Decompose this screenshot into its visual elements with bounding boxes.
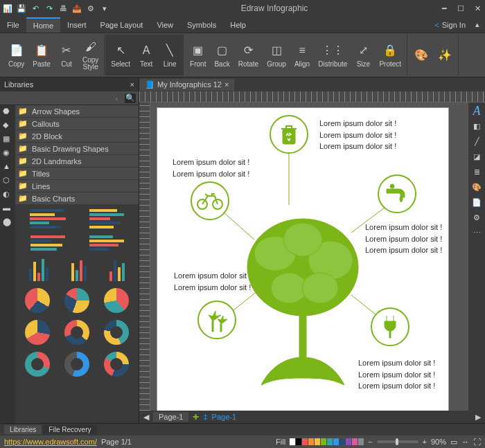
chart-thumb[interactable]	[64, 288, 89, 313]
node-recycle[interactable]	[270, 115, 308, 154]
distribute-button[interactable]: ⋮⋮Distribute	[315, 42, 350, 69]
qat-dropdown-icon[interactable]: ▾	[100, 3, 109, 13]
tab-help[interactable]: Help	[223, 18, 253, 32]
lib-item-titles[interactable]: 📁Titles	[15, 168, 139, 180]
fit-page-icon[interactable]: ▭	[450, 438, 457, 447]
lib-item-2d-block[interactable]: 📁2D Block	[15, 130, 139, 143]
size-button[interactable]: ⤢Size	[353, 42, 373, 69]
fit-width-icon[interactable]: ↔	[461, 438, 469, 446]
text-button[interactable]: AText	[136, 42, 157, 69]
layers-icon[interactable]: ≣	[471, 166, 482, 177]
scroll-right-icon[interactable]: ▶	[475, 413, 481, 422]
tab-page-layout[interactable]: Page Layout	[94, 18, 150, 32]
category-icon[interactable]: ⬣	[3, 107, 12, 116]
rotate-button[interactable]: ⟳Rotate	[236, 42, 261, 69]
chart-thumb[interactable]	[109, 258, 125, 281]
tab-symbols[interactable]: Symbols	[180, 18, 223, 32]
chart-thumb[interactable]	[64, 352, 89, 377]
swatch[interactable]	[346, 438, 351, 445]
save-icon[interactable]: 💾	[17, 3, 26, 13]
category-icon[interactable]: ▬	[3, 204, 12, 213]
front-button[interactable]: ▣Front	[187, 42, 209, 69]
category-icon[interactable]: ⬡	[3, 176, 12, 186]
cut-button[interactable]: ✂Cut	[56, 42, 77, 69]
lib-item-basic-drawing[interactable]: 📁Basic Drawing Shapes	[15, 143, 139, 155]
swatch[interactable]	[308, 438, 314, 445]
options-icon[interactable]: ⚙	[86, 3, 96, 13]
collapse-ribbon-icon[interactable]: ▴	[470, 20, 485, 29]
zoom-slider[interactable]	[377, 440, 418, 443]
shadow-icon[interactable]: ◪	[471, 151, 482, 162]
fullscreen-icon[interactable]: ⛶	[473, 438, 481, 446]
back-button[interactable]: ▢Back	[211, 42, 232, 69]
chart-thumb[interactable]	[89, 235, 124, 251]
fill-style-button[interactable]: 🎨	[411, 46, 432, 64]
lib-item-2d-landmarks[interactable]: 📁2D Landmarks	[15, 155, 139, 168]
line-button[interactable]: ╲Line	[159, 42, 180, 69]
node-plug[interactable]	[371, 307, 409, 346]
export-icon[interactable]: 📤	[72, 3, 82, 13]
fill-icon[interactable]: ◧	[471, 120, 482, 132]
select-button[interactable]: ↖Select	[108, 42, 133, 69]
swatch[interactable]	[333, 438, 339, 445]
zoom-in-icon[interactable]: +	[423, 438, 427, 446]
lib-item-basic-charts[interactable]: 📁Basic Charts	[15, 192, 139, 205]
chart-thumb[interactable]	[71, 258, 87, 281]
chart-thumb[interactable]	[89, 209, 124, 229]
status-url[interactable]: https://www.edrawsoft.com/	[4, 438, 97, 446]
close-icon[interactable]: ✕	[473, 3, 482, 13]
canvas[interactable]: Lorem ipsum dolor sit !Lorem ipsum dolor…	[150, 102, 468, 411]
theme-icon[interactable]: 🎨	[471, 181, 482, 192]
page-setup-icon[interactable]: 📄	[471, 197, 482, 208]
print-icon[interactable]: 🖶	[58, 3, 68, 13]
page[interactable]: Lorem ipsum dolor sit !Lorem ipsum dolor…	[157, 108, 448, 411]
protect-button[interactable]: 🔒Protect	[376, 42, 404, 69]
chart-thumb[interactable]	[25, 288, 50, 313]
sign-in-link[interactable]: <Sign In	[430, 21, 470, 29]
swatch[interactable]	[340, 438, 345, 445]
align-button[interactable]: ≡Align	[292, 42, 312, 69]
tab-insert[interactable]: Insert	[60, 18, 94, 32]
swatch[interactable]	[352, 438, 358, 445]
chart-thumb[interactable]	[104, 352, 129, 377]
expand-icon[interactable]: ‹	[111, 93, 122, 103]
copy-button[interactable]: 📄Copy	[6, 42, 27, 69]
text-block[interactable]: Lorem ipsum dolor sit !Lorem ipsum dolor…	[319, 118, 396, 152]
lib-item-arrow-shapes[interactable]: 📁Arrow Shapes	[15, 105, 139, 118]
text-block[interactable]: Lorem ipsum dolor sit !Lorem ipsum dolor…	[173, 156, 249, 179]
zoom-out-icon[interactable]: −	[368, 438, 372, 446]
swatch[interactable]	[290, 438, 295, 445]
swatch[interactable]	[321, 438, 326, 445]
more-icon[interactable]: ⋯	[471, 227, 482, 238]
maximize-icon[interactable]: ☐	[456, 3, 466, 13]
search-icon[interactable]: 🔍	[125, 93, 136, 103]
page-nav[interactable]: ‡	[203, 413, 207, 421]
undo-icon[interactable]: ↶	[30, 3, 40, 13]
copy-style-button[interactable]: 🖌CopyStyle	[80, 38, 101, 72]
bottom-tab-libraries[interactable]: Libraries	[4, 425, 42, 434]
category-icon[interactable]: ⬤	[3, 217, 12, 227]
minimize-icon[interactable]: ━	[439, 3, 449, 13]
tree-graphic[interactable]	[233, 198, 372, 392]
node-wind[interactable]	[197, 301, 236, 339]
panel-close-icon[interactable]: ×	[130, 80, 134, 89]
paste-button[interactable]: 📋Paste	[30, 42, 53, 69]
tab-home[interactable]: Home	[26, 17, 60, 33]
chart-thumb[interactable]	[29, 258, 48, 281]
category-icon[interactable]: ▲	[3, 162, 12, 172]
document-tab[interactable]: 📘My Infographics 12×	[139, 79, 234, 91]
node-faucet[interactable]	[378, 174, 416, 213]
tab-close-icon[interactable]: ×	[224, 80, 229, 89]
swatch[interactable]	[315, 438, 320, 445]
text-block[interactable]: Lorem ipsum dolor sit !Lorem ipsum dolor…	[365, 222, 442, 256]
chart-thumb[interactable]	[30, 209, 66, 229]
chart-thumb[interactable]	[104, 320, 129, 345]
category-icon[interactable]: ◉	[3, 148, 12, 158]
tab-file[interactable]: File	[0, 18, 26, 32]
scroll-left-icon[interactable]: ◀	[143, 413, 149, 422]
text-style-icon[interactable]: A	[471, 105, 482, 116]
page-tab[interactable]: Page-1	[153, 412, 188, 422]
redo-icon[interactable]: ↷	[44, 3, 54, 13]
swatch[interactable]	[296, 438, 301, 445]
lib-item-callouts[interactable]: 📁Callouts	[15, 118, 139, 130]
